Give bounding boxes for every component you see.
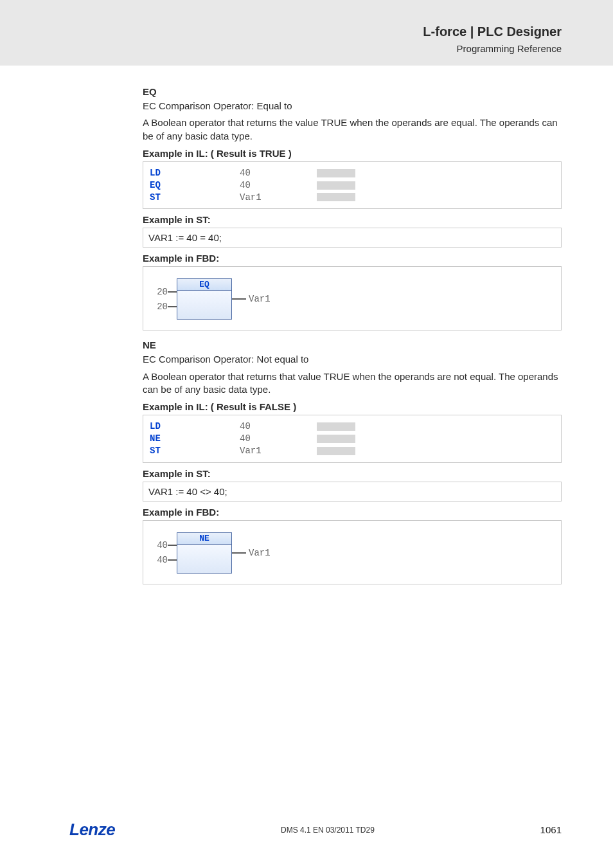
footer-page-number: 1061	[540, 824, 562, 835]
eq-st-code: VAR1 := 40 = 40;	[148, 232, 222, 243]
fbd-block-title: NE	[177, 532, 232, 544]
eq-fbd-head: Example in FBD:	[143, 253, 562, 264]
connector-line-icon	[232, 298, 246, 300]
connector-line-icon	[168, 306, 177, 307]
eq-st-panel: VAR1 := 40 = 40;	[143, 228, 562, 248]
il-gray-box	[317, 447, 355, 455]
fbd-inputs: 20 20	[154, 284, 177, 314]
il-arg: 40	[240, 433, 317, 445]
fbd-in2-label: 40	[154, 555, 168, 565]
connector-line-icon	[168, 545, 177, 546]
fbd-output: Var1	[232, 294, 271, 304]
fbd-input-row: 40	[154, 539, 177, 552]
il-arg: 40	[240, 179, 317, 192]
fbd-block: NE	[177, 532, 232, 574]
il-gray-box	[317, 435, 355, 443]
il-row: NE 40	[150, 433, 555, 445]
ne-st-code: VAR1 := 40 <> 40;	[148, 486, 227, 497]
eq-desc-line1: EC Comparison Operator: Equal to	[143, 100, 562, 113]
eq-il-panel: LD 40 EQ 40 ST Var1	[143, 161, 562, 210]
ne-fbd-panel: 40 40 NE Var1	[143, 520, 562, 584]
il-op: ST	[150, 445, 240, 457]
il-arg: Var1	[240, 192, 317, 204]
il-row: ST Var1	[150, 445, 555, 457]
doc-title: L-force | PLC Designer	[0, 24, 562, 39]
il-op: EQ	[150, 179, 240, 192]
fbd-block-title: EQ	[177, 278, 232, 290]
content-area: EQ EC Comparison Operator: Equal to A Bo…	[0, 66, 613, 584]
il-row: ST Var1	[150, 192, 555, 204]
ne-desc-line2: A Boolean operator that returns that val…	[143, 370, 562, 397]
connector-line-icon	[168, 559, 177, 561]
il-op: LD	[150, 167, 240, 179]
fbd-out-label: Var1	[249, 294, 271, 304]
fbd-block-body	[177, 544, 232, 574]
fbd-diagram: 20 20 EQ Var1	[150, 272, 555, 325]
il-row: LD 40	[150, 420, 555, 433]
fbd-input-row: 20	[154, 300, 177, 313]
ne-heading: NE	[143, 339, 562, 350]
footer-docid: DMS 4.1 EN 03/2011 TD29	[281, 826, 375, 835]
il-arg: 40	[240, 167, 317, 179]
il-op: NE	[150, 433, 240, 445]
fbd-output: Var1	[232, 548, 271, 558]
page: L-force | PLC Designer Programming Refer…	[0, 0, 613, 868]
ne-st-head: Example in ST:	[143, 468, 562, 479]
il-gray-box	[317, 193, 355, 201]
il-gray-box	[317, 181, 355, 190]
eq-desc-line2: A Boolean operator that returns the valu…	[143, 116, 562, 143]
il-arg: 40	[240, 420, 317, 433]
ne-st-panel: VAR1 := 40 <> 40;	[143, 482, 562, 502]
fbd-input-row: 20	[154, 285, 177, 298]
il-row: LD 40	[150, 167, 555, 179]
il-op: LD	[150, 420, 240, 433]
ne-il-panel: LD 40 NE 40 ST Var1	[143, 415, 562, 463]
fbd-out-label: Var1	[249, 548, 271, 558]
il-arg: Var1	[240, 445, 317, 457]
ne-desc-line1: EC Comparison Operator: Not equal to	[143, 353, 562, 366]
fbd-block: EQ	[177, 278, 232, 320]
fbd-input-row: 40	[154, 554, 177, 566]
fbd-in2-label: 20	[154, 302, 168, 312]
fbd-block-body	[177, 290, 232, 320]
il-op: ST	[150, 192, 240, 204]
eq-st-head: Example in ST:	[143, 214, 562, 225]
fbd-diagram: 40 40 NE Var1	[150, 526, 555, 579]
eq-fbd-panel: 20 20 EQ Var1	[143, 266, 562, 330]
header-band: L-force | PLC Designer Programming Refer…	[0, 0, 613, 66]
doc-subtitle: Programming Reference	[0, 43, 562, 54]
eq-heading: EQ	[143, 86, 562, 97]
footer: Lenze DMS 4.1 EN 03/2011 TD29 1061	[0, 820, 613, 840]
il-gray-box	[317, 169, 355, 177]
fbd-in1-label: 40	[154, 540, 168, 550]
fbd-in1-label: 20	[154, 287, 168, 297]
lenze-logo: Lenze	[69, 820, 115, 840]
ne-il-head: Example in IL: ( Result is FALSE )	[143, 401, 562, 412]
il-gray-box	[317, 422, 355, 431]
ne-fbd-head: Example in FBD:	[143, 507, 562, 518]
connector-line-icon	[168, 291, 177, 293]
connector-line-icon	[232, 552, 246, 554]
fbd-inputs: 40 40	[154, 538, 177, 568]
il-row: EQ 40	[150, 179, 555, 192]
eq-il-head: Example in IL: ( Result is TRUE )	[143, 148, 562, 159]
